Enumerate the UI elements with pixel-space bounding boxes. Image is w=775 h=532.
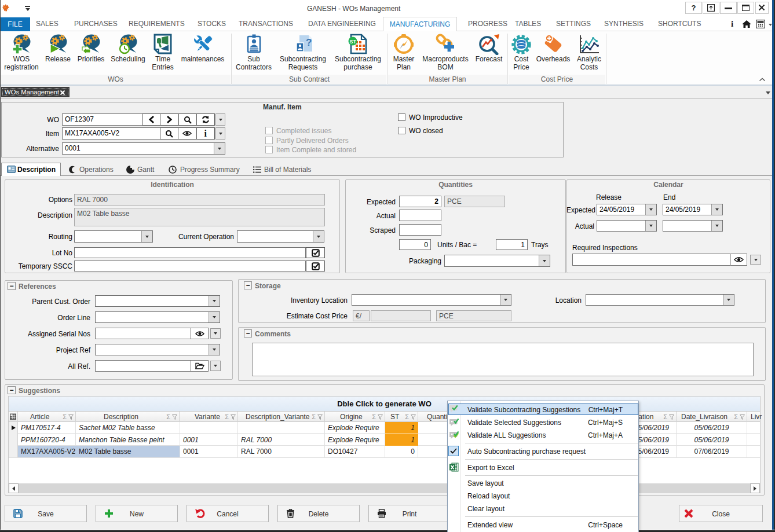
svg-text:?: ? (306, 37, 312, 48)
svg-text:ST: ST (350, 39, 357, 45)
